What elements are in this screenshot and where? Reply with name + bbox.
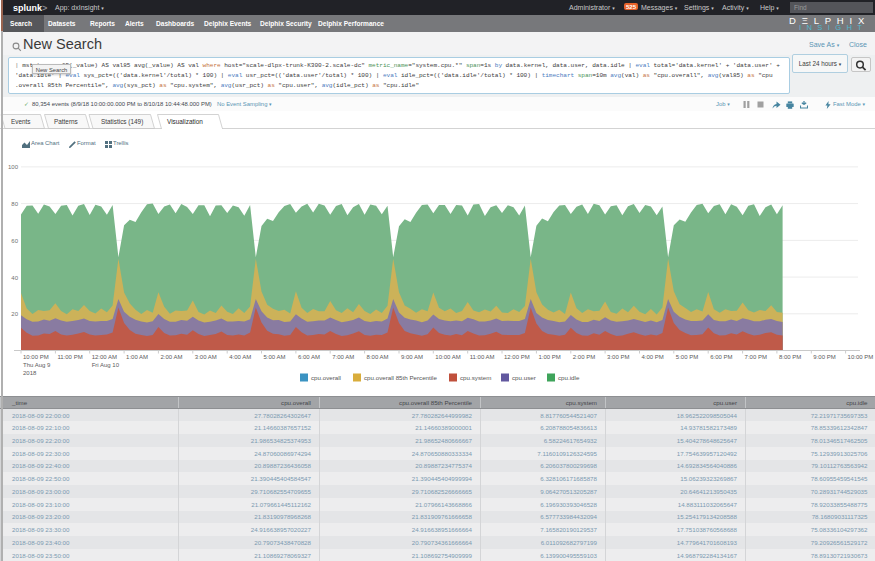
svg-text:40: 40	[11, 275, 18, 281]
svg-text:4:00 PM: 4:00 PM	[642, 354, 664, 360]
svg-text:cpu.idle: cpu.idle	[558, 374, 580, 381]
svg-text:Events: Events	[11, 118, 31, 125]
svg-text:7:00 AM: 7:00 AM	[332, 354, 354, 360]
svg-text:7:00 PM: 7:00 PM	[745, 354, 767, 360]
svg-text:2018: 2018	[23, 370, 37, 376]
svg-text:3:00 AM: 3:00 AM	[195, 354, 217, 360]
svg-text:10:00 PM: 10:00 PM	[848, 354, 874, 360]
svg-text:1:00 PM: 1:00 PM	[538, 354, 560, 360]
svg-text:8:00 PM: 8:00 PM	[779, 354, 801, 360]
svg-text:10:00 PM: 10:00 PM	[23, 354, 49, 360]
svg-text:60: 60	[11, 238, 18, 244]
svg-text:10:00 AM: 10:00 AM	[435, 354, 460, 360]
svg-text:6:00 PM: 6:00 PM	[710, 354, 732, 360]
svg-text:cpu.system: cpu.system	[460, 374, 491, 381]
svg-text:100: 100	[8, 164, 19, 170]
svg-text:11:00 AM: 11:00 AM	[470, 354, 495, 360]
svg-text:80: 80	[11, 201, 18, 207]
svg-text:Patterns: Patterns	[54, 118, 78, 125]
svg-text:cpu.user: cpu.user	[512, 374, 536, 381]
svg-text:12:00 PM: 12:00 PM	[504, 354, 530, 360]
svg-text:Thu Aug 9: Thu Aug 9	[23, 362, 51, 368]
svg-text:9:00 PM: 9:00 PM	[813, 354, 835, 360]
svg-text:6:00 AM: 6:00 AM	[298, 354, 320, 360]
svg-text:20: 20	[11, 311, 18, 317]
svg-text:Statistics (149): Statistics (149)	[101, 118, 143, 126]
svg-text:4:00 AM: 4:00 AM	[229, 354, 251, 360]
svg-text:Visualization: Visualization	[167, 118, 203, 125]
svg-text:3:00 PM: 3:00 PM	[607, 354, 629, 360]
svg-text:1:00 AM: 1:00 AM	[126, 354, 148, 360]
svg-text:2:00 AM: 2:00 AM	[160, 354, 182, 360]
svg-text:5:00 PM: 5:00 PM	[676, 354, 698, 360]
svg-text:9:00 AM: 9:00 AM	[401, 354, 423, 360]
svg-text:12:00 AM: 12:00 AM	[92, 354, 117, 360]
svg-text:Fri Aug 10: Fri Aug 10	[92, 362, 120, 368]
svg-text:cpu.overall: cpu.overall	[311, 374, 341, 381]
svg-text:8:00 AM: 8:00 AM	[367, 354, 389, 360]
svg-text:5:00 AM: 5:00 AM	[264, 354, 286, 360]
svg-text:cpu.overall 85th Percentile: cpu.overall 85th Percentile	[364, 374, 437, 381]
svg-text:2:00 PM: 2:00 PM	[573, 354, 595, 360]
svg-text:11:00 PM: 11:00 PM	[57, 354, 82, 360]
